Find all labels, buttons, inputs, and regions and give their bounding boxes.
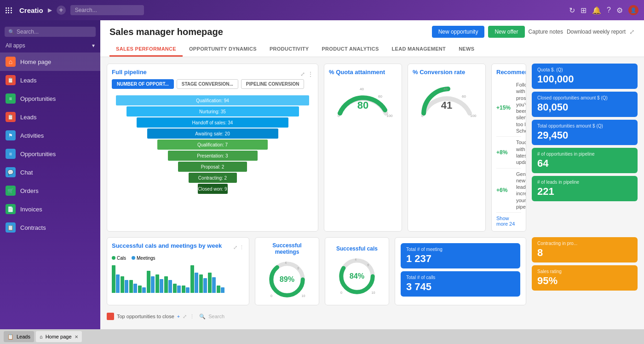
forward-icon[interactable]: ▶ [48,7,52,13]
meetings-legend-dot [132,256,135,260]
all-apps-label: All apps ▾ [0,41,100,52]
search-opps-icon[interactable]: 🔍 [199,314,206,320]
contracting-value: 8 [537,247,632,259]
sidebar-item-invoices-label: Invoices [20,206,42,213]
opps-more-icon[interactable]: ⋮ [190,314,195,320]
top-search-input[interactable] [70,5,144,15]
expand-icon[interactable]: ⤢ [629,28,635,35]
taskbar-leads[interactable]: 📋 Leads [4,331,34,342]
add-opps-icon[interactable]: + [177,314,180,319]
rec-pct-2: +6% [496,187,512,193]
sidebar-item-invoices[interactable]: 📄 Invoices [0,200,100,218]
calls-bar [208,273,212,293]
tab-sales-performance[interactable]: SALES PERFORMANCE [109,42,183,57]
top-row: Full pipeline ⤢ ⋮ NUMBER OF OPPORT... ST… [107,64,638,232]
svg-text:80: 80 [357,99,368,111]
rec-text-2: Generate new leads to increase your pipe… [516,171,526,210]
rec-item-1: +8% Touchbase with the latest updates Se… [496,137,521,168]
pipeline-menu-icon[interactable]: ⋮ [308,71,313,77]
kpi-closed-label: Closed opportunities amount $ (Q) [537,95,632,100]
grid-icon[interactable] [6,7,12,13]
taskbar-homepage[interactable]: ⌂ Home page ✕ [36,331,82,342]
quota-attainment-card: % Quota attainment 0 40 60 100 [324,64,402,232]
bell-icon[interactable]: 🔔 [592,6,601,15]
opportunities1-icon: ≡ [6,93,16,104]
tab-lead-management[interactable]: LEAD MANAGEMENT [385,42,453,57]
rec-text-0: Follow-up with prospects you've been sil… [516,82,526,134]
header-actions: New opportunity New offer Capture notes … [432,26,635,38]
new-opportunity-button[interactable]: New opportunity [432,26,485,38]
recommendation-card: Recommendation ⤢ ⋮ +15% Follow-up with p… [491,64,526,232]
expand-pipeline-icon[interactable]: ⤢ [300,71,305,77]
sidebar-item-chat[interactable]: 💬 Chat [0,163,100,181]
svg-text:40: 40 [360,87,364,91]
leads2-icon: 📋 [6,112,16,122]
svg-text:84%: 84% [350,272,364,280]
meetings-bar [116,274,120,293]
taskbar: 📋 Leads ⌂ Home page ✕ [0,329,644,344]
capture-notes-button[interactable]: Capture notes [529,29,563,35]
conversion-title: % Conversion rate [413,69,481,76]
orders-icon: 🛒 [6,186,16,196]
kpi-total-opp-value: 29,450 [537,129,632,141]
tab-productivity[interactable]: PRODUCTIVITY [263,42,316,57]
help-icon[interactable]: ? [607,6,611,14]
sidebar-search-input[interactable] [17,29,92,35]
rec-item-2: +6% Generate new leads to increase your … [496,169,521,213]
meetings-bar [177,286,181,293]
sidebar-item-leads2-label: Leads [20,114,36,121]
app-logo: Creatio [19,6,43,14]
opportunities-footer: Top opportunities to close + ⤢ ⋮ 🔍 Searc… [107,311,638,322]
refresh-icon[interactable]: ↻ [569,6,575,15]
sidebar-item-homepage[interactable]: ⌂ Home page [0,52,100,71]
settings-icon[interactable]: ⚙ [616,6,623,15]
kpi-quota: Quota $. (Q) 100,000 [532,64,638,89]
calls-legend-label: Cals [117,256,126,261]
bar-group [182,286,190,293]
bar-group [199,274,207,293]
sidebar-item-contracts[interactable]: 📋 Contracts [0,218,100,237]
svg-text:0: 0 [270,294,272,298]
conversion-gauge-svg: 0 40 60 100 41 [417,81,477,118]
tab-product-analytics[interactable]: PRODUCT ANALYTICS [315,42,385,57]
expand-opps-icon[interactable]: ⤢ [183,314,187,320]
sidebar-item-leads1[interactable]: 📋 Leads [0,71,100,89]
pipeline-title: Full pipeline [112,69,147,76]
chevron-down-icon: ▾ [92,42,95,49]
pipeline-tab-number[interactable]: NUMBER OF OPPORT... [112,79,174,89]
page-title: Sales manager homepage [109,27,223,37]
tab-opportunity-dynamics[interactable]: OPPORTUNITY DYNAMICS [183,42,263,57]
sidebar-item-opportunities2[interactable]: ≡ Opportunities [0,145,100,163]
pipeline-tab-conversion[interactable]: PIPELINE CONVERSION [241,79,305,89]
contracting-card: Contracting in pro... 8 [532,237,638,262]
svg-text:6: 6 [368,263,369,267]
invoices-icon: 📄 [6,204,16,214]
avatar-icon[interactable]: 👤 [628,5,638,15]
expand-chart-icon[interactable]: ⤢ [233,245,237,251]
sidebar-item-activities[interactable]: ⚑ Activities [0,126,100,145]
sidebar-item-orders[interactable]: 🛒 Orders [0,181,100,200]
rec-item-0: +15% Follow-up with prospects you've bee… [496,79,521,137]
apps-icon[interactable]: ⊞ [581,6,586,15]
taskbar-leads-label: Leads [17,334,30,339]
svg-text:4: 4 [285,261,287,264]
orange-kpi-column: Contracting in pro... 8 Sales rating 95% [532,237,638,305]
kpi-pipeline-opp-label: # of opportunities in pipeline [537,152,632,157]
sidebar-item-chat-label: Chat [20,169,33,176]
bar-group [190,265,198,293]
tab-news[interactable]: NEWS [452,42,481,57]
chart-menu-icon[interactable]: ⋮ [239,245,244,251]
svg-text:0: 0 [340,291,342,295]
download-report-button[interactable]: Download weekly report [567,29,626,35]
new-offer-button[interactable]: New offer [488,26,524,38]
pipeline-tab-stage[interactable]: STAGE CONVERSION... [177,79,238,89]
show-more-link[interactable]: Show more 24 [496,216,521,227]
meetings-donut-svg: 89% 0 10 4 6 [266,259,308,300]
sidebar-item-opportunities1[interactable]: ≡ Opportunities [0,89,100,108]
taskbar-close-icon[interactable]: ✕ [75,334,78,339]
calls-bar [112,265,115,293]
add-icon[interactable]: + [57,6,66,15]
sidebar-item-leads2[interactable]: 📋 Leads [0,108,100,126]
kpi-pipeline-opp-value: 64 [537,157,632,169]
calls-bar [190,265,194,293]
